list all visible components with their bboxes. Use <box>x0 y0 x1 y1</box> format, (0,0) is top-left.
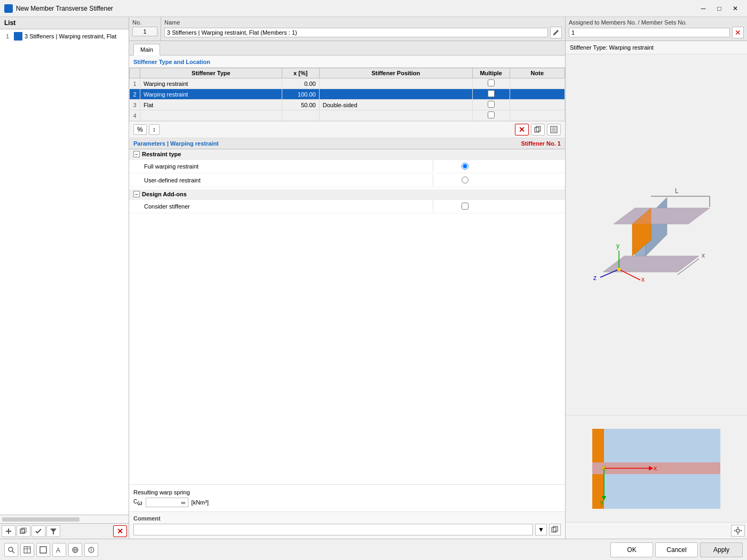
horizontal-scrollbar[interactable] <box>0 515 129 523</box>
comment-input[interactable] <box>133 524 533 535</box>
collapse-design-btn[interactable]: − <box>133 191 140 197</box>
col-note: Note <box>510 68 565 78</box>
svg-point-41 <box>737 527 738 528</box>
svg-text:x: x <box>654 465 657 472</box>
table-icon <box>23 546 31 554</box>
name-section: Name <box>161 17 566 41</box>
table-btn[interactable] <box>20 543 34 557</box>
user-defined-radio[interactable] <box>462 177 468 183</box>
svg-text:y: y <box>600 499 603 506</box>
comment-dropdown-btn[interactable]: ▼ <box>535 524 547 535</box>
params-header: Parameters | Warping restraint Stiffener… <box>129 138 565 149</box>
row-note <box>510 110 565 121</box>
maximize-button[interactable]: □ <box>712 3 727 14</box>
svg-text:L: L <box>675 187 679 195</box>
svg-rect-2 <box>20 529 25 533</box>
table-row[interactable]: 2 Warping restraint 100.00 <box>130 89 565 100</box>
list-item[interactable]: 1 3 Stiffeners | Warping restraint, Flat <box>1 30 128 42</box>
full-warping-radio[interactable] <box>462 163 468 170</box>
filter-list-btn[interactable] <box>46 525 60 537</box>
list-item-text: 3 Stiffeners | Warping restraint, Flat <box>25 33 116 39</box>
info-btn[interactable]: i <box>84 543 98 557</box>
percent-btn[interactable]: % <box>133 124 147 135</box>
copy-icon <box>534 126 542 133</box>
row-note <box>510 89 565 100</box>
title-bar: New Member Transverse Stiffener ─ □ ✕ <box>0 0 747 17</box>
tab-bar: Main <box>129 41 565 55</box>
delete-list-btn[interactable]: ✕ <box>113 525 127 537</box>
row-position <box>319 78 472 89</box>
svg-rect-6 <box>536 126 541 131</box>
name-input[interactable] <box>164 28 548 37</box>
globe-btn[interactable] <box>68 543 82 557</box>
cancel-button[interactable]: Cancel <box>655 542 698 557</box>
table-row[interactable]: 3 Flat 50.00 Double-sided <box>130 100 565 110</box>
col-stiffener-type: Stiffener Type <box>140 68 282 78</box>
close-button[interactable]: ✕ <box>728 3 743 14</box>
row-num: 2 <box>130 89 140 100</box>
apply-button[interactable]: Apply <box>700 542 743 557</box>
svg-point-44 <box>741 530 742 531</box>
stiffener-table: Stiffener Type x [%] Stiffener Position … <box>129 68 565 121</box>
content-area: List 1 3 Stiffeners | Warping restraint,… <box>0 17 747 539</box>
row-stiffener-type <box>140 110 282 121</box>
row-position: Double-sided <box>319 100 472 110</box>
main-tab[interactable]: Main <box>133 44 160 55</box>
window-controls: ─ □ ✕ <box>696 3 743 14</box>
sort-btn[interactable]: ↕ <box>149 124 160 135</box>
table-row[interactable]: 4 <box>130 110 565 121</box>
export-table-btn[interactable] <box>547 124 561 135</box>
svg-marker-4 <box>50 529 57 534</box>
multiple-checkbox[interactable] <box>488 79 495 86</box>
add-list-btn[interactable] <box>2 525 15 537</box>
viz-settings-btn[interactable] <box>731 525 745 537</box>
search-btn[interactable] <box>4 543 18 557</box>
sort-icon: ↕ <box>153 126 156 133</box>
duplicate-list-btn[interactable] <box>17 525 30 537</box>
svg-line-46 <box>12 551 14 553</box>
assigned-row: ✕ <box>569 27 744 38</box>
restraint-type-title: Restraint type <box>142 151 181 157</box>
delete-row-btn[interactable]: ✕ <box>515 124 529 135</box>
row-x-val: 0.00 <box>282 78 319 89</box>
row-multiple <box>472 110 510 121</box>
assigned-input[interactable] <box>569 28 730 37</box>
name-edit-button[interactable] <box>550 27 562 38</box>
viz-bottom-toolbar <box>566 522 747 539</box>
collapse-restraint-btn[interactable]: − <box>133 151 140 157</box>
svg-text:A: A <box>56 547 60 554</box>
row-x-val: 50.00 <box>282 100 319 110</box>
warp-unit: [kNm³] <box>192 499 209 506</box>
duplicate-icon <box>20 527 27 535</box>
assigned-clear-button[interactable]: ✕ <box>732 27 744 38</box>
delete-icon: ✕ <box>519 125 525 134</box>
list-header: List <box>0 17 129 29</box>
list-toolbar: ✕ <box>0 523 129 539</box>
text-btn[interactable]: A <box>52 543 66 557</box>
row-position <box>319 89 472 100</box>
copy-table-btn[interactable] <box>531 124 545 135</box>
user-defined-row: User-defined restraint <box>129 173 565 187</box>
info-icon: i <box>88 546 95 554</box>
multiple-checkbox[interactable] <box>488 111 495 118</box>
minimize-button[interactable]: ─ <box>696 3 711 14</box>
params-title: Parameters | Warping restraint <box>133 140 219 147</box>
edit-icon <box>552 29 560 36</box>
check-list-btn[interactable] <box>31 525 45 537</box>
globe-icon <box>71 546 79 554</box>
multiple-checkbox[interactable] <box>488 90 495 97</box>
table-row[interactable]: 1 Warping restraint 0.00 <box>130 78 565 89</box>
box-btn[interactable] <box>36 543 50 557</box>
table-toolbar: % ↕ ✕ <box>129 121 565 138</box>
left-panel: List 1 3 Stiffeners | Warping restraint,… <box>0 17 129 539</box>
settings-icon <box>734 526 742 535</box>
svg-rect-11 <box>552 527 556 532</box>
row-multiple <box>472 100 510 110</box>
ok-button[interactable]: OK <box>610 542 653 557</box>
comment-copy-btn[interactable] <box>549 524 561 535</box>
list-content: 1 3 Stiffeners | Warping restraint, Flat <box>0 29 129 43</box>
text-icon: A <box>55 546 63 554</box>
consider-stiffener-checkbox[interactable] <box>462 203 468 210</box>
warp-input[interactable] <box>146 498 188 507</box>
multiple-checkbox[interactable] <box>488 101 495 108</box>
